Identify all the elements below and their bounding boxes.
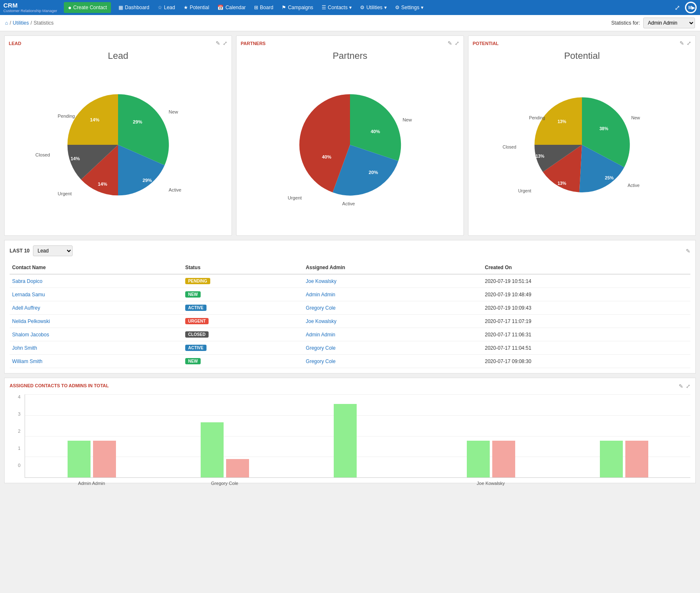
nav-settings[interactable]: ⚙ Settings ▾	[391, 0, 428, 15]
admin-link[interactable]: Joe Kowalsky	[306, 278, 336, 284]
plus-icon: ●	[68, 4, 71, 11]
svg-text:New: New	[631, 115, 640, 120]
admin-link[interactable]: Gregory Cole	[306, 358, 335, 364]
contact-name-link[interactable]: Shalom Jacobos	[12, 332, 49, 338]
contact-name-link[interactable]: William Smith	[12, 358, 43, 364]
potential-chart-edit[interactable]: ✎	[680, 40, 684, 46]
table-row: Sabra Dopico PENDING Joe Kowalsky 2020-0…	[10, 274, 690, 288]
cell-status: PENDING	[183, 274, 303, 288]
admin-link[interactable]: Admin Admin	[306, 292, 335, 298]
dashboard-icon: ▦	[118, 5, 123, 10]
current-page: Statistics	[34, 20, 54, 26]
star-icon: ☆	[158, 5, 162, 10]
table-row: Shalom Jacobos CLOSED Admin Admin 2020-0…	[10, 328, 690, 341]
stats-for-container: Statistics for: Admin Admin	[611, 18, 695, 28]
nav-utilities[interactable]: ⚙ Utilities ▾	[356, 0, 391, 15]
calendar-icon: 📅	[217, 5, 224, 10]
svg-text:40%: 40%	[322, 154, 331, 159]
cell-status: NEW	[183, 288, 303, 301]
partners-chart-edit[interactable]: ✎	[448, 40, 452, 46]
table-row: John Smith ACTIVE Gregory Cole 2020-07-1…	[10, 341, 690, 355]
bar-red	[625, 441, 648, 477]
cell-status: ACTIVE	[183, 301, 303, 315]
last10-table: Contact Name Status Assigned Admin Creat…	[10, 261, 690, 368]
cell-created: 2020-07-17 11:06:31	[482, 328, 690, 341]
cell-name: William Smith	[10, 355, 183, 368]
bar-chart-edit[interactable]: ✎	[679, 383, 683, 389]
svg-text:20%: 20%	[369, 170, 378, 175]
create-contact-button[interactable]: ● Create Contact	[64, 2, 111, 13]
stats-for-select[interactable]: Admin Admin	[643, 18, 695, 28]
contact-name-link[interactable]: John Smith	[12, 345, 37, 351]
contact-name-link[interactable]: Sabra Dopico	[12, 278, 43, 284]
home-link[interactable]: ⌂	[5, 20, 8, 26]
contact-name-link[interactable]: Lernada Samu	[12, 292, 45, 298]
bar-red	[226, 459, 249, 477]
cell-admin: Gregory Cole	[303, 355, 482, 368]
y-label-3: 3	[18, 411, 20, 416]
admin-link[interactable]: Gregory Cole	[306, 345, 335, 351]
svg-text:25%: 25%	[605, 175, 614, 180]
cell-name: John Smith	[10, 341, 183, 355]
partners-chart-expand[interactable]: ⤢	[455, 40, 459, 46]
potential-chart-expand[interactable]: ⤢	[687, 40, 691, 46]
bar-chart-groups: Admin AdminGregory ColeJoe Kowalsky	[25, 394, 690, 478]
svg-text:M▶: M▶	[688, 5, 695, 10]
lead-pie-title: Lead	[9, 50, 227, 61]
breadcrumb: ⌂ / Utilities / Statistics	[5, 20, 54, 26]
contact-name-link[interactable]: Adell Auffrey	[12, 305, 40, 311]
nav-contacts[interactable]: ☰ Contacts ▾	[317, 0, 356, 15]
svg-text:40%: 40%	[370, 129, 380, 134]
cell-created: 2020-07-17 11:04:51	[482, 341, 690, 355]
lead-chart-title: LEAD	[9, 41, 21, 46]
last10-type-select[interactable]: Lead Potential	[33, 245, 73, 256]
partners-chart-card: PARTNERS ✎ ⤢ Partners 40% 20% 40% New Ac…	[236, 35, 464, 236]
lead-chart-edit[interactable]: ✎	[216, 40, 220, 46]
svg-text:Urgent: Urgent	[58, 191, 72, 196]
svg-text:New: New	[169, 109, 178, 114]
nav-calendar[interactable]: 📅 Calendar	[213, 0, 250, 15]
status-badge: PENDING	[185, 278, 210, 284]
lead-pie-svg: 29% 29% 14% 14% 14% New Active Urgent Cl…	[60, 86, 176, 203]
bar-section-header: ASSIGNED CONTACTS TO ADMINS IN TOTAL ✎ ⤢	[10, 383, 690, 389]
admin-link[interactable]: Gregory Cole	[306, 305, 335, 311]
nav-dashboard[interactable]: ▦ Dashboard	[114, 0, 154, 15]
nav-campaigns[interactable]: ⚑ Campaigns	[277, 0, 317, 15]
bar-group: Admin Admin	[25, 394, 158, 477]
crm-title: CRM	[3, 2, 18, 9]
potential-icon: ★	[184, 5, 188, 10]
last10-section: LAST 10 Lead Potential ✎ Contact Name St…	[4, 240, 696, 373]
cell-admin: Gregory Cole	[303, 341, 482, 355]
admin-link[interactable]: Joe Kowalsky	[306, 318, 336, 324]
partners-pie-container: 40% 20% 40% New Active Urgent	[241, 66, 459, 224]
cell-created: 2020-07-19 10:51:14	[482, 274, 690, 288]
board-icon: ⊞	[254, 5, 258, 10]
table-header-row: Contact Name Status Assigned Admin Creat…	[10, 261, 690, 274]
svg-text:Active: Active	[627, 183, 640, 188]
nav-board[interactable]: ⊞ Board	[250, 0, 277, 15]
cell-status: URGENT	[183, 315, 303, 328]
nav-potential[interactable]: ★ Potential	[179, 0, 214, 15]
status-badge: ACTIVE	[185, 345, 206, 351]
cell-name: Adell Auffrey	[10, 301, 183, 315]
lead-pie-container: 29% 29% 14% 14% 14% New Active Urgent Cl…	[9, 66, 227, 224]
bar-group: Joe Kowalsky	[424, 394, 557, 477]
cell-created: 2020-07-19 10:48:49	[482, 288, 690, 301]
contacts-icon: ☰	[322, 5, 326, 10]
bar-green	[600, 441, 623, 477]
svg-text:Active: Active	[342, 201, 355, 206]
contact-name-link[interactable]: Nelida Pelkowski	[12, 318, 50, 324]
col-status: Status	[183, 261, 303, 274]
breadcrumb-bar: ⌂ / Utilities / Statistics Statistics fo…	[0, 15, 700, 31]
admin-link[interactable]: Admin Admin	[306, 332, 335, 338]
table-edit-icon[interactable]: ✎	[686, 248, 690, 254]
y-axis: 4 3 2 1 0	[10, 394, 22, 468]
lead-chart-expand[interactable]: ⤢	[223, 40, 227, 46]
nav-lead[interactable]: ☆ Lead	[154, 0, 179, 15]
contacts-chevron: ▾	[349, 5, 352, 10]
potential-chart-title: POTENTIAL	[473, 41, 499, 46]
bar-chart-expand[interactable]: ⤢	[686, 383, 690, 389]
svg-text:29%: 29%	[133, 119, 142, 124]
bar-green	[467, 441, 490, 477]
utilities-link[interactable]: Utilities	[13, 20, 29, 26]
